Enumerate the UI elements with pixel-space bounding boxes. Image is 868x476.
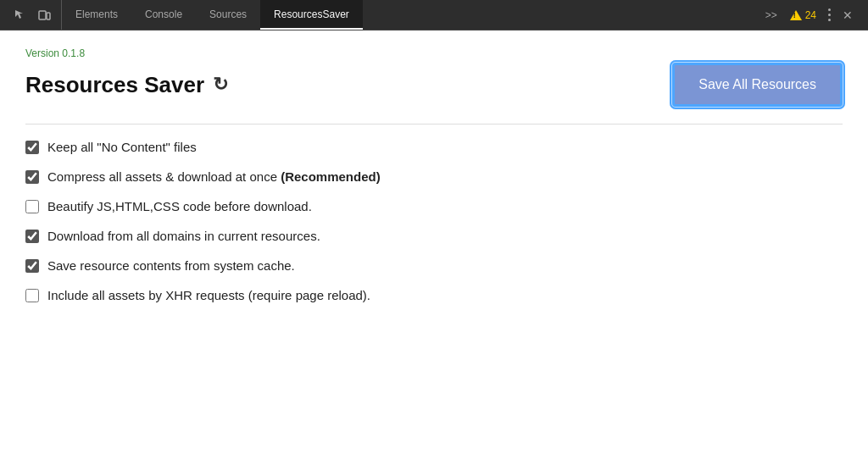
option-save-cache: Save resource contents from system cache…: [25, 257, 843, 274]
tab-resourcessaver[interactable]: ResourcesSaver: [260, 0, 363, 30]
overflow-tabs-button[interactable]: >>: [761, 5, 782, 25]
option-list: Keep all "No Content" files Compress all…: [25, 138, 843, 304]
version-label: Version 0.1.8: [25, 47, 843, 59]
label-save-cache[interactable]: Save resource contents from system cache…: [47, 257, 295, 274]
tab-console[interactable]: Console: [131, 0, 196, 30]
option-include-xhr: Include all assets by XHR requests (requ…: [25, 286, 843, 304]
device-toolbar-icon[interactable]: [34, 5, 54, 25]
option-beautify-code: Beautify JS,HTML,CSS code before downloa…: [25, 197, 843, 215]
checkbox-keep-no-content[interactable]: [25, 141, 39, 154]
warning-badge[interactable]: 24: [785, 8, 821, 23]
label-beautify-code[interactable]: Beautify JS,HTML,CSS code before downloa…: [47, 197, 312, 215]
tab-list: Elements Console Sources ResourcesSaver: [62, 0, 761, 30]
option-compress-assets: Compress all assets & download at once (…: [25, 168, 843, 185]
title-row: Resources Saver ↻ Save All Resources: [25, 63, 843, 107]
tab-bar: Elements Console Sources ResourcesSaver …: [0, 0, 868, 30]
devtools-icon-group: [3, 0, 62, 30]
checkbox-compress-assets[interactable]: [25, 170, 39, 184]
svg-rect-0: [39, 11, 46, 19]
svg-rect-1: [47, 13, 50, 19]
more-options-button[interactable]: [825, 5, 834, 25]
label-keep-no-content[interactable]: Keep all "No Content" files: [47, 138, 197, 156]
label-compress-assets[interactable]: Compress all assets & download at once (…: [47, 168, 381, 185]
main-content: Version 0.1.8 Resources Saver ↻ Save All…: [0, 30, 868, 476]
divider: [25, 124, 843, 125]
option-keep-no-content: Keep all "No Content" files: [25, 138, 843, 156]
save-all-resources-button[interactable]: Save All Resources: [672, 63, 843, 107]
label-include-xhr[interactable]: Include all assets by XHR requests (requ…: [47, 286, 370, 304]
warning-triangle-icon: [790, 10, 802, 20]
page-title-text: Resources Saver: [25, 72, 204, 98]
inspect-element-icon[interactable]: [10, 5, 31, 25]
option-download-all-domains: Download from all domains in current res…: [25, 227, 843, 245]
tab-elements[interactable]: Elements: [62, 0, 131, 30]
refresh-icon[interactable]: ↻: [213, 74, 228, 96]
close-devtools-button[interactable]: ✕: [837, 5, 858, 25]
page-title: Resources Saver ↻: [25, 72, 228, 98]
checkbox-download-all-domains[interactable]: [25, 230, 39, 243]
tab-bar-right: >> 24 ✕: [761, 5, 865, 25]
label-download-all-domains[interactable]: Download from all domains in current res…: [47, 227, 320, 245]
checkbox-include-xhr[interactable]: [25, 289, 39, 302]
tab-sources[interactable]: Sources: [196, 0, 260, 30]
checkbox-beautify-code[interactable]: [25, 200, 39, 213]
checkbox-save-cache[interactable]: [25, 259, 39, 273]
